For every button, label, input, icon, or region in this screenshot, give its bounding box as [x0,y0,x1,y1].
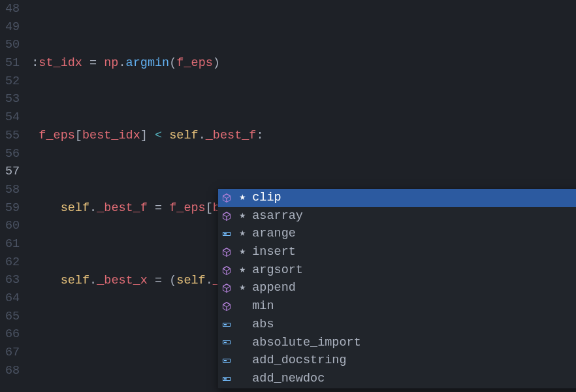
line-number: 63 [5,271,20,289]
line-number: 51 [5,54,20,73]
suggest-item[interactable]: abs [218,316,576,334]
code-line[interactable]: :st_idx = np.argmin(f_eps) [31,54,576,73]
suggest-label: argsort [252,261,303,280]
suggest-label: min [252,297,274,316]
code-editor[interactable]: 4849505152535455565758596061626364656667… [0,0,576,392]
suggest-item[interactable]: add_docstring [218,351,576,370]
suggest-label: clip [252,189,281,207]
module-icon [221,246,232,258]
suggest-label: insert [252,243,296,261]
line-number: 58 [5,181,20,199]
suggest-label: add_docstring [252,351,346,370]
line-number: 64 [5,289,20,308]
star-icon: ★ [238,189,247,207]
star-icon: ★ [238,243,247,261]
intellisense-popup[interactable]: ★clip★asarray★arange★insert★argsort★appe… [217,188,576,389]
line-number: 50 [5,36,20,54]
module-icon [221,282,232,294]
line-number: 54 [5,108,20,127]
line-number: 57 [5,163,20,181]
module-icon [221,210,232,222]
star-icon: ★ [238,279,247,297]
variable-icon [221,336,232,348]
line-number: 68 [5,362,20,380]
variable-icon [221,228,232,240]
variable-icon [221,373,232,385]
suggest-item[interactable]: ★append [218,279,576,297]
suggest-label: absolute_import [252,334,361,352]
module-icon [221,192,232,204]
code-line[interactable]: f_eps[best_idx] < self._best_f: [31,127,576,145]
line-number: 65 [5,308,20,326]
module-icon [221,301,232,312]
line-number: 48 [5,0,20,18]
line-number: 55 [5,127,20,145]
line-number-gutter: 4849505152535455565758596061626364656667… [0,0,31,392]
suggest-label: append [252,279,296,297]
variable-icon [221,355,232,367]
suggest-item[interactable]: ★insert [218,243,576,261]
suggest-label: asarray [252,207,303,225]
line-number: 67 [5,344,20,362]
line-number: 49 [5,18,20,37]
line-number: 56 [5,145,20,163]
suggest-item[interactable]: ★asarray [218,207,576,225]
suggest-label: abs [252,316,274,334]
line-number: 60 [5,217,20,235]
suggest-item[interactable]: ★clip [218,189,576,207]
star-icon: ★ [238,207,247,225]
line-number: 61 [5,235,20,253]
line-number: 66 [5,325,20,344]
suggest-item[interactable]: ★argsort [218,261,576,280]
line-number: 53 [5,90,20,108]
suggest-label: add_newdoc [252,370,325,388]
code-area[interactable]: :st_idx = np.argmin(f_eps) f_eps[best_id… [31,0,576,392]
line-number: 59 [5,199,20,218]
suggest-item[interactable]: ★arange [218,225,576,243]
suggest-label: arange [252,225,296,243]
suggest-item[interactable]: min [218,297,576,316]
line-number: 52 [5,73,20,91]
suggest-item[interactable]: add_newdoc [218,370,576,388]
line-number: 62 [5,253,20,272]
suggest-item[interactable]: absolute_import [218,334,576,352]
star-icon: ★ [238,261,247,280]
module-icon [221,265,232,276]
star-icon: ★ [238,225,247,243]
variable-icon [221,319,232,331]
